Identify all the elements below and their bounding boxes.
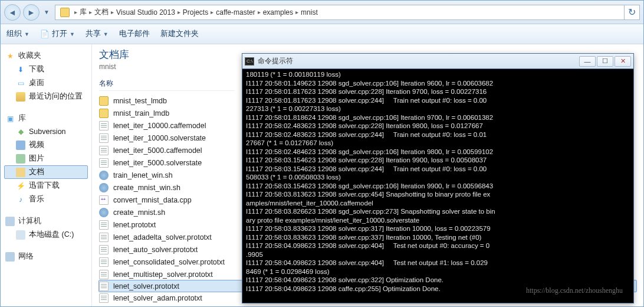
file-name: lenet_iter_10000.solverstate (113, 134, 206, 142)
thunder-icon: ⚡ (16, 181, 25, 191)
file-name: mnist_train_lmdb (113, 109, 169, 117)
txt-icon (99, 220, 109, 230)
file-name: lenet_solver.prototxt (113, 282, 179, 290)
new-folder-button[interactable]: 新建文件夹 (160, 29, 199, 39)
video-icon (16, 141, 25, 150)
network-group[interactable]: 网络 (4, 250, 88, 263)
gear-icon (99, 171, 109, 180)
forward-button[interactable]: ► (23, 4, 40, 21)
breadcrumb-seg[interactable]: 文档 (94, 7, 109, 17)
folder-icon (99, 96, 109, 106)
nav-thunder[interactable]: ⚡迅雷下载 (4, 179, 88, 192)
chevron-right-icon: ▸ (208, 9, 216, 15)
cmd-output: 180119 (* 1 = 0.00180119 loss) I1117 20:… (242, 69, 633, 303)
recent-icon (16, 92, 25, 102)
computer-icon (5, 217, 15, 226)
gear-icon (99, 183, 109, 192)
txt-icon (99, 121, 109, 130)
music-icon: ♪ (16, 195, 25, 204)
file-name: lenet_iter_10000.caffemodel (113, 122, 206, 130)
refresh-button[interactable]: ↻ (625, 5, 640, 20)
file-name: lenet_adadelta_solver.prototxt (113, 233, 212, 241)
drive-icon (16, 230, 25, 240)
breadcrumb-seg[interactable]: caffe-master (216, 8, 255, 17)
breadcrumb-seg[interactable]: Projects (183, 8, 208, 17)
breadcrumb-seg[interactable]: mnist (301, 8, 318, 17)
nav-videos[interactable]: 视频 (4, 138, 88, 152)
txt-icon (99, 257, 109, 267)
chevron-right-icon: ▸ (175, 9, 183, 15)
nav-documents[interactable]: 文档 (4, 165, 88, 179)
nav-downloads[interactable]: ⬇下载 (4, 63, 88, 76)
column-header-name[interactable]: 名称 (99, 77, 235, 91)
organize-menu[interactable]: 组织▼ (6, 29, 29, 39)
minimize-button[interactable]: — (579, 56, 596, 67)
file-name: lenet_auto_solver.prototxt (113, 246, 198, 254)
cpp-icon (99, 195, 109, 205)
nav-music[interactable]: ♪音乐 (4, 192, 88, 206)
chevron-right-icon: ▸ (255, 9, 263, 15)
share-menu[interactable]: 共享▼ (86, 29, 109, 39)
download-icon: ⬇ (16, 65, 25, 74)
txt-icon (99, 293, 109, 303)
breadcrumb-seg[interactable]: 库 (80, 7, 87, 17)
address-bar: ◄ ► ▼ ▸ 库 ▸ 文档 ▸ Visual Studio 2013 ▸ Pr… (1, 1, 643, 24)
file-name: lenet_solver_adam.prototxt (113, 294, 202, 302)
chevron-right-icon: ▸ (72, 9, 80, 15)
toolbar: 组织▼ 📄打开▼ 共享▼ 电子邮件 新建文件夹 (1, 24, 643, 44)
gear-icon (99, 208, 109, 217)
watermark: https://blog.csdn.net/zhoushenghu (526, 286, 623, 295)
file-name: lenet_multistep_solver.prototxt (113, 270, 213, 279)
network-icon (5, 252, 15, 262)
txt-icon (99, 245, 109, 254)
chevron-right-icon: ▸ (87, 9, 94, 15)
breadcrumb-seg[interactable]: Visual Studio 2013 (116, 8, 175, 17)
breadcrumb-seg[interactable]: examples (263, 8, 293, 17)
file-name: lenet_consolidated_solver.prototxt (113, 258, 225, 266)
back-button[interactable]: ◄ (4, 4, 21, 21)
file-name: convert_mnist_data.cpp (113, 196, 192, 204)
cmd-icon: C:\ (245, 57, 254, 66)
picture-icon (16, 154, 25, 164)
file-name: mnist_test_lmdb (113, 97, 167, 105)
file-name: lenet_iter_5000.solverstate (113, 159, 202, 167)
txt-icon (99, 270, 109, 279)
file-name: lenet_iter_5000.caffemodel (113, 146, 202, 155)
nav-pane: ★收藏夹 ⬇下载 ▭桌面 最近访问的位置 ▣库 ◆Subversion 视频 图… (1, 44, 92, 306)
email-button[interactable]: 电子邮件 (119, 29, 150, 39)
chevron-right-icon: ▸ (109, 9, 116, 15)
txt-icon (99, 133, 109, 143)
nav-subversion[interactable]: ◆Subversion (4, 125, 88, 138)
file-name: train_lenet_win.sh (113, 171, 173, 179)
cmd-titlebar[interactable]: C:\ 命令提示符 — ☐ ✕ (242, 54, 633, 69)
close-button[interactable]: ✕ (615, 56, 631, 67)
nav-desktop[interactable]: ▭桌面 (4, 76, 88, 90)
folder-icon (99, 109, 109, 118)
library-icon: ▣ (5, 114, 15, 123)
nav-pictures[interactable]: 图片 (4, 152, 88, 165)
txt-icon (99, 233, 109, 242)
txt-icon (99, 282, 109, 291)
file-name: lenet.prototxt (113, 221, 156, 229)
breadcrumb[interactable]: ▸ 库 ▸ 文档 ▸ Visual Studio 2013 ▸ Projects… (55, 5, 625, 20)
chevron-right-icon: ▸ (293, 9, 301, 15)
document-icon (16, 168, 25, 177)
cmd-title: 命令提示符 (258, 56, 579, 66)
nav-c-drive[interactable]: 本地磁盘 (C:) (4, 228, 88, 241)
cmd-window[interactable]: C:\ 命令提示符 — ☐ ✕ 180119 (* 1 = 0.00180119… (242, 53, 634, 303)
open-menu[interactable]: 📄打开▼ (40, 29, 75, 39)
favorites-group[interactable]: ★收藏夹 (4, 49, 88, 63)
txt-icon (99, 146, 109, 155)
folder-icon (60, 8, 70, 17)
nav-recent[interactable]: 最近访问的位置 (4, 90, 88, 103)
computer-group[interactable]: 计算机 (4, 214, 88, 228)
txt-icon (99, 158, 109, 168)
star-icon: ★ (5, 51, 15, 61)
maximize-button[interactable]: ☐ (597, 56, 613, 67)
file-name: create_mnist_win.sh (113, 184, 180, 192)
subversion-icon: ◆ (16, 127, 25, 136)
history-dropdown[interactable]: ▼ (42, 5, 51, 20)
desktop-icon: ▭ (16, 79, 25, 88)
libraries-group[interactable]: ▣库 (4, 112, 88, 125)
file-name: create_mnist.sh (113, 208, 165, 217)
